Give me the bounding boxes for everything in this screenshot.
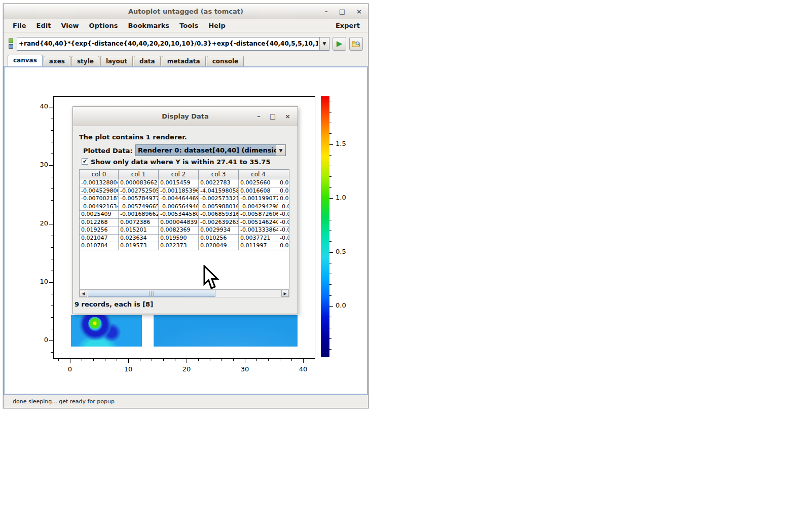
status-square-green	[9, 39, 13, 43]
table-cell: -0.004294298...	[239, 203, 278, 211]
table-row[interactable]: -0.004529800...-0.002752505...-0.0011853…	[80, 187, 289, 196]
plot-go-button[interactable]: ▶	[333, 37, 346, 51]
colorbar-tick-label: 1.5	[336, 140, 354, 147]
scrollbar-thumb[interactable]: |||	[88, 290, 215, 297]
colorbar-minor-tick	[329, 241, 331, 242]
colorbar-minor-tick	[329, 133, 331, 134]
scroll-left-icon[interactable]: ◀	[80, 290, 87, 297]
window-titlebar[interactable]: Autoplot untagged (as tomcat) – □ ×	[4, 4, 368, 19]
desktop: Autoplot untagged (as tomcat) – □ × File…	[0, 0, 811, 532]
uri-dropdown-icon[interactable]: ▼	[319, 37, 329, 50]
plot-canvas[interactable]: Display Data – □ × The plot contains 1 r…	[4, 66, 368, 395]
plotted-data-combo[interactable]: Renderer 0: dataset[40,40] (dimension...…	[135, 144, 286, 156]
tab-layout[interactable]: layout	[100, 56, 133, 66]
table-cell: -0.005872606...	[239, 211, 278, 219]
tab-style[interactable]: style	[71, 56, 99, 66]
renderer-count-text: The plot contains 1 renderer.	[79, 133, 187, 141]
uri-input[interactable]	[17, 37, 319, 50]
status-text: done sleeping... get ready for popup	[13, 398, 115, 405]
table-row[interactable]: 0.0025409-0.001689662...-0.005344580...-…	[80, 211, 289, 219]
y-minor-tick	[51, 200, 53, 201]
scroll-right-icon[interactable]: ▶	[281, 290, 289, 297]
maximize-icon[interactable]: □	[339, 7, 345, 16]
uri-bar: ▼ ▶	[4, 32, 368, 55]
table-cell: -0.001185396...	[159, 187, 199, 196]
status-square-blue	[9, 44, 13, 49]
x-minor-tick	[210, 359, 210, 361]
menu-file[interactable]: File	[8, 21, 31, 30]
table-cell: -0.005784977...	[119, 195, 159, 203]
table-cell: 0.00	[278, 195, 289, 203]
tab-data[interactable]: data	[134, 56, 161, 66]
table-cell: -0.002573321...	[199, 195, 239, 203]
menu-options[interactable]: Options	[84, 21, 123, 30]
table-row[interactable]: -0.001328804...0.0000836620.00154590.002…	[80, 179, 289, 187]
minimize-icon[interactable]: –	[324, 7, 328, 16]
x-minor-tick	[280, 359, 280, 361]
colorbar	[321, 96, 329, 357]
column-header[interactable]: col 2	[159, 170, 199, 179]
scrollbar-track[interactable]: |||	[87, 290, 281, 297]
column-header[interactable]	[278, 170, 289, 179]
x-minor-tick	[233, 359, 234, 361]
column-header[interactable]: col 4	[239, 170, 278, 179]
column-header[interactable]: col 0	[80, 170, 119, 179]
table-row[interactable]: 0.0107840.0195730.0223730.0200490.011997…	[80, 242, 289, 250]
colorbar-minor-tick	[329, 295, 331, 296]
table-cell: 0.023634	[119, 235, 159, 243]
colorbar-minor-tick	[329, 187, 331, 188]
dialog-titlebar[interactable]: Display Data – □ ×	[73, 107, 298, 126]
plotted-data-label: Plotted Data:	[83, 147, 133, 155]
y-minor-tick	[51, 188, 53, 189]
menu-edit[interactable]: Edit	[31, 21, 56, 30]
table-row[interactable]: -0.007002187...-0.005784977...-0.0044644…	[80, 195, 289, 203]
tab-axes[interactable]: axes	[44, 56, 70, 66]
colorbar-minor-tick	[329, 284, 331, 285]
tab-canvas[interactable]: canvas	[8, 55, 43, 66]
table-cell: 0.0037721	[239, 235, 278, 243]
table-row[interactable]: 0.0122680.00723860.000044839-0.002639263…	[80, 219, 289, 227]
expert-menu[interactable]: Expert	[336, 22, 364, 29]
table-cell: 0.011997	[239, 242, 278, 250]
dialog-close-icon[interactable]: ×	[285, 112, 290, 121]
x-minor-tick	[291, 359, 292, 361]
menu-view[interactable]: View	[56, 21, 84, 30]
dialog-minimize-icon[interactable]: –	[257, 112, 261, 121]
y-minor-tick	[51, 130, 53, 131]
column-header[interactable]: col 1	[119, 170, 159, 179]
colorbar-minor-tick	[329, 155, 331, 156]
close-icon[interactable]: ×	[356, 7, 362, 16]
tab-console[interactable]: console	[207, 56, 244, 66]
x-major-tick	[128, 359, 129, 363]
menu-bar: FileEditViewOptionsBookmarksToolsHelp Ex…	[4, 19, 368, 32]
table-row[interactable]: -0.004921634...-0.005749665...-0.0065649…	[80, 203, 289, 211]
heatmap-right-strip	[154, 315, 298, 347]
tab-metadata[interactable]: metadata	[162, 56, 206, 66]
menu-bookmarks[interactable]: Bookmarks	[123, 21, 175, 30]
thumb-grip-icon: |||	[149, 291, 154, 296]
colorbar-tick-label: 0.0	[336, 301, 354, 309]
y-major-tick	[49, 282, 53, 283]
table-row[interactable]: 0.0192560.0152010.00823690.0029934-0.001…	[80, 226, 289, 235]
menu-tools[interactable]: Tools	[174, 21, 203, 30]
menu-help[interactable]: Help	[203, 21, 230, 30]
y-major-tick	[49, 107, 53, 107]
x-minor-tick	[198, 359, 199, 361]
table-cell: 0.0022783	[199, 179, 239, 187]
x-minor-tick	[256, 359, 257, 361]
table-header-row: col 0col 1col 2col 3col 4	[80, 170, 289, 179]
inspect-uri-button[interactable]	[349, 37, 363, 51]
column-header[interactable]: col 3	[199, 170, 239, 179]
dialog-maximize-icon[interactable]: □	[270, 112, 276, 121]
table-cell: 0.019573	[119, 242, 159, 250]
combo-dropdown-icon[interactable]: ▼	[276, 145, 285, 156]
table-hscrollbar[interactable]: ◀ ||| ▶	[79, 289, 289, 297]
table-row[interactable]: 0.0210470.0236340.0195900.0102560.003772…	[80, 235, 289, 243]
heatmap-left-strip	[71, 315, 142, 347]
data-table[interactable]: col 0col 1col 2col 3col 4-0.001328804...…	[79, 169, 289, 289]
table-cell: -0.005344580...	[159, 211, 199, 219]
table-cell: -0.001333864...	[239, 226, 278, 235]
table-cell: 0.0025660	[239, 179, 278, 187]
table-cell: 0.0025409	[80, 211, 119, 219]
filter-checkbox[interactable]: ✔	[82, 158, 88, 165]
